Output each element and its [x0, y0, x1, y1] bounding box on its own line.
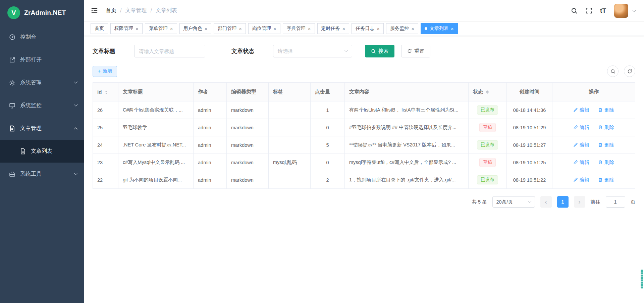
tab-label: 文章列表	[430, 26, 448, 32]
tab[interactable]: 任务日志 ×	[352, 23, 384, 34]
close-icon[interactable]: ×	[170, 26, 173, 31]
tab[interactable]: 权限管理 ×	[110, 23, 143, 34]
table-column-header[interactable]: 状态	[469, 83, 507, 101]
delete-button[interactable]: 删除	[598, 124, 614, 131]
column-label: 点击量	[315, 89, 330, 94]
tab[interactable]: 文章列表 ×	[421, 23, 458, 34]
tab[interactable]: 字典管理 ×	[283, 23, 315, 34]
cell-actions: 编辑 删除	[552, 119, 635, 136]
refresh-icon	[407, 49, 412, 53]
search-button[interactable]: 搜索	[365, 45, 394, 57]
sort-carets-icon[interactable]	[105, 91, 108, 94]
close-icon[interactable]: ×	[308, 26, 311, 31]
edit-button[interactable]: 编辑	[573, 107, 589, 113]
delete-button[interactable]: 删除	[598, 177, 614, 183]
next-page-button[interactable]: ›	[574, 196, 585, 208]
edit-button[interactable]: 编辑	[573, 142, 589, 148]
table-row[interactable]: 23 c#写入Mysql中文显示乱码 ... admin markdown my…	[93, 154, 635, 171]
tab[interactable]: 部门管理 ×	[214, 23, 246, 34]
table-row[interactable]: 26 C#两个list集合实现关联，... admin markdown 1 有…	[93, 101, 635, 119]
table-column-header[interactable]: 操作	[552, 83, 635, 101]
tab[interactable]: 定时任务 ×	[317, 23, 350, 34]
cell-created-at: 08-19 10:51:27	[507, 136, 552, 154]
delete-button[interactable]: 删除	[598, 142, 614, 148]
tab[interactable]: 用户角色 ×	[179, 23, 212, 34]
goto-page-input[interactable]	[606, 196, 625, 208]
table-column-header[interactable]: 创建时间	[507, 83, 552, 101]
sidebar-item-article-management[interactable]: 文章管理	[0, 117, 84, 140]
sidebar-collapse-icon[interactable]	[91, 7, 98, 14]
close-icon[interactable]: ×	[136, 26, 139, 31]
sidebar-item-article-list[interactable]: 文章列表	[0, 140, 84, 163]
table-column-header[interactable]: 点击量	[311, 83, 345, 101]
table-column-header[interactable]: 文章标题	[118, 83, 194, 101]
fullscreen-icon[interactable]	[586, 7, 592, 14]
edit-button[interactable]: 编辑	[573, 159, 589, 166]
user-avatar[interactable]	[614, 4, 628, 18]
scrollbar-thumb[interactable]	[641, 269, 643, 289]
sidebar-item-system-tools[interactable]: 系统工具	[0, 163, 84, 185]
user-menu-caret-icon[interactable]	[633, 8, 635, 14]
close-icon[interactable]: ×	[411, 26, 414, 31]
table-row[interactable]: 25 羽毛球教学 admin markdown 0 #羽毛球拍参数说明 ## 中…	[93, 119, 635, 136]
close-icon[interactable]: ×	[451, 26, 454, 31]
reset-button[interactable]: 重置	[401, 45, 430, 57]
topbar-actions: tT	[571, 4, 635, 18]
search-icon[interactable]	[571, 7, 578, 14]
page-size-select[interactable]: 20条/页	[492, 196, 535, 208]
delete-button[interactable]: 删除	[598, 159, 614, 166]
sidebar-item-dashboard[interactable]: 控制台	[0, 26, 84, 48]
monitor-icon	[9, 102, 15, 109]
cell-content: mysql字符集utf8，c#写入中文后，全部显示成? ...	[345, 154, 469, 171]
font-size-icon[interactable]: tT	[600, 7, 606, 14]
page-number-button[interactable]: 1	[557, 196, 569, 208]
close-icon[interactable]: ×	[377, 26, 380, 31]
cell-tags	[269, 136, 311, 154]
cell-created-at: 08-19 10:51:22	[507, 171, 552, 189]
cell-author: admin	[194, 136, 227, 154]
article-status-select[interactable]: 请选择	[273, 45, 352, 57]
sidebar-item-external-open[interactable]: 外部打开	[0, 48, 84, 71]
table-toolbar: + 新增	[93, 66, 635, 77]
toggle-search-button[interactable]	[607, 66, 619, 77]
app-logo[interactable]: V ZrAdmin.NET	[0, 0, 84, 26]
table-toolbar-right	[607, 66, 635, 77]
sort-carets-icon[interactable]	[486, 90, 489, 94]
tab[interactable]: 岗位管理 ×	[248, 23, 280, 34]
table-column-header[interactable]: id	[93, 83, 118, 101]
tab[interactable]: 服务监控 ×	[386, 23, 418, 34]
table-row[interactable]: 22 git 为不同的项目设置不同... admin markdown 2 1，…	[93, 171, 635, 189]
cell-id: 25	[93, 119, 118, 136]
prev-page-button[interactable]: ‹	[540, 196, 552, 208]
tab[interactable]: 首页	[91, 23, 108, 34]
edit-button[interactable]: 编辑	[573, 177, 589, 183]
table-row[interactable]: 24 .NET Core 发布时提示.NET... admin markdown…	[93, 136, 635, 154]
close-icon[interactable]: ×	[205, 26, 208, 31]
breadcrumb-home[interactable]: 首页	[106, 7, 116, 14]
add-button[interactable]: + 新增	[93, 66, 117, 77]
breadcrumb-article-management[interactable]: 文章管理	[125, 7, 147, 14]
topbar: 首页 / 文章管理 / 文章列表 tT	[84, 0, 644, 21]
article-title-input[interactable]	[134, 45, 205, 57]
edit-button[interactable]: 编辑	[573, 124, 589, 131]
table-column-header[interactable]: 标签	[269, 83, 311, 101]
table-column-header[interactable]: 文章内容	[345, 83, 469, 101]
tab-label: 服务监控	[390, 26, 409, 32]
cell-author: admin	[194, 154, 227, 171]
tab[interactable]: 菜单管理 ×	[145, 23, 177, 34]
close-icon[interactable]: ×	[239, 26, 242, 31]
delete-button[interactable]: 删除	[598, 107, 614, 113]
gear-icon	[9, 79, 15, 86]
close-icon[interactable]: ×	[273, 26, 276, 31]
sidebar-item-system-management[interactable]: 系统管理	[0, 71, 84, 94]
breadcrumb-article-list[interactable]: 文章列表	[156, 7, 177, 14]
sidebar-item-system-monitor[interactable]: 系统监控	[0, 94, 84, 117]
trash-icon	[598, 142, 603, 147]
cell-editor-type: markdown	[227, 119, 269, 136]
cell-clicks: 1	[311, 101, 345, 119]
table-column-header[interactable]: 编辑器类型	[227, 83, 269, 101]
refresh-table-button[interactable]	[624, 66, 635, 77]
table-column-header[interactable]: 作者	[194, 83, 227, 101]
close-icon[interactable]: ×	[342, 26, 345, 31]
tab-label: 任务日志	[356, 26, 374, 32]
